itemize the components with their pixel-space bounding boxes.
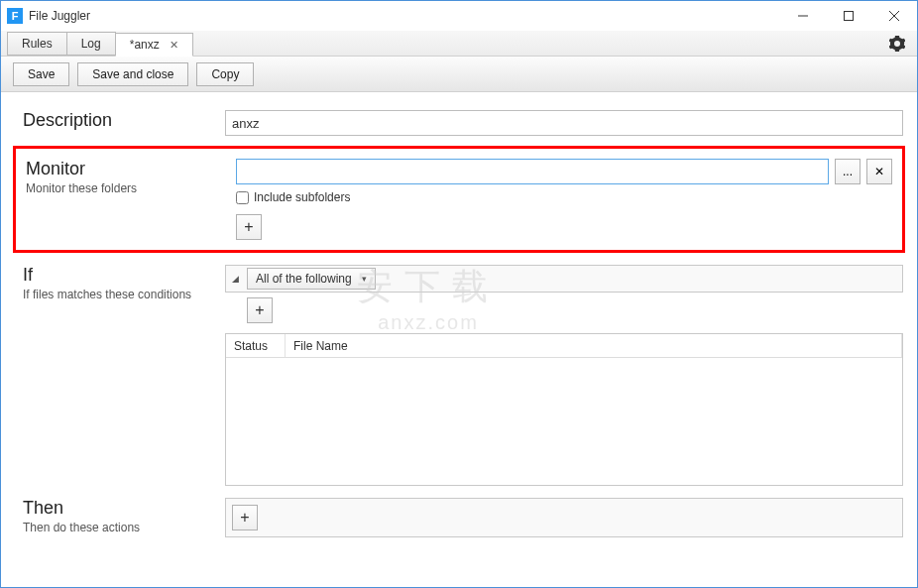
add-monitor-folder-button[interactable]: + [236, 214, 262, 240]
then-bar: + [225, 498, 903, 537]
browse-folder-button[interactable]: ... [835, 159, 861, 184]
chevron-down-icon: ▾ [362, 274, 367, 284]
tab-label: Log [81, 37, 101, 51]
condition-bar: ◢ All of the following ▾ [225, 265, 903, 293]
remove-folder-button[interactable]: ✕ [866, 159, 892, 184]
include-subfolders-checkbox[interactable] [236, 191, 249, 204]
tab-rules[interactable]: Rules [7, 32, 67, 56]
settings-button[interactable] [889, 36, 905, 55]
tab-label: Rules [22, 37, 53, 51]
then-subtitle: Then do these actions [23, 521, 225, 534]
copy-button[interactable]: Copy [196, 62, 254, 86]
tab-active-rule[interactable]: *anxz ✕ [115, 33, 193, 57]
disclosure-triangle-icon[interactable]: ◢ [230, 274, 241, 284]
if-subtitle: If files matches these conditions [23, 288, 225, 301]
monitor-highlight: Monitor Monitor these folders ... ✕ Incl… [13, 146, 905, 253]
close-button[interactable] [871, 1, 917, 31]
save-button[interactable]: Save [13, 62, 69, 86]
description-heading: Description [23, 110, 225, 131]
then-section: Then Then do these actions + [15, 498, 903, 537]
add-condition-button[interactable]: + [247, 297, 273, 323]
tab-row: Rules Log *anxz ✕ [1, 31, 917, 57]
app-icon: F [7, 8, 23, 24]
monitor-subtitle: Monitor these folders [26, 181, 236, 195]
match-table: Status File Name [225, 333, 903, 486]
toolbar: Save Save and close Copy [1, 57, 917, 92]
then-heading: Then [23, 498, 225, 519]
minimize-button[interactable] [780, 1, 826, 31]
description-input[interactable] [225, 110, 903, 136]
maximize-button[interactable] [826, 1, 871, 31]
window-title: File Juggler [29, 9, 90, 23]
monitor-heading: Monitor [26, 159, 236, 179]
condition-mode-label: All of the following [256, 272, 352, 286]
if-heading: If [23, 265, 225, 286]
tab-log[interactable]: Log [66, 32, 116, 56]
include-subfolders-row[interactable]: Include subfolders [236, 190, 892, 204]
condition-mode-dropdown[interactable]: All of the following ▾ [247, 268, 376, 290]
add-action-button[interactable]: + [232, 505, 258, 530]
monitor-path-input[interactable] [236, 159, 829, 184]
description-section: Description [15, 110, 903, 136]
if-section: If If files matches these conditions ◢ A… [15, 265, 903, 486]
close-tab-icon[interactable]: ✕ [170, 39, 178, 52]
col-file-name[interactable]: File Name [286, 334, 902, 357]
svg-rect-1 [845, 12, 854, 21]
title-bar: F File Juggler [1, 1, 917, 31]
include-subfolders-label: Include subfolders [254, 190, 350, 204]
tab-label: *anxz [130, 38, 160, 52]
col-status[interactable]: Status [226, 334, 286, 357]
content-area: Description Monitor Monitor these folder… [1, 92, 917, 587]
save-and-close-button[interactable]: Save and close [77, 62, 188, 86]
